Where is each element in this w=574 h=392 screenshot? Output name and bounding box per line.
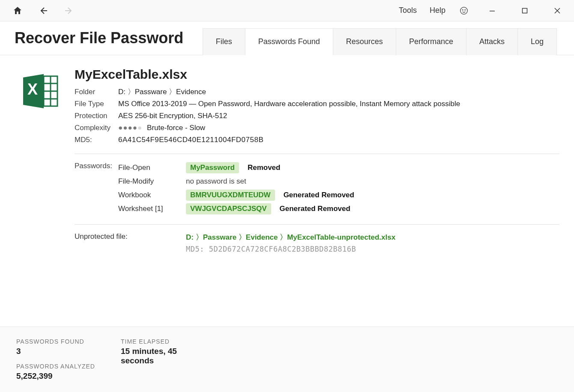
protection-value: AES 256-bit Encryption, SHA-512	[118, 110, 227, 122]
password-row: Workbook BMRVUUGXDMTEUDW Generated Remov…	[118, 189, 559, 201]
password-status: Generated Removed	[284, 191, 354, 199]
svg-rect-3	[490, 11, 495, 12]
stat-value: 5,252,399	[16, 371, 89, 381]
stat-value: 15 minutes, 45 seconds	[121, 347, 194, 365]
filetype-label: File Type	[75, 98, 118, 110]
protection-label: Protection	[75, 110, 118, 122]
stat-value: 3	[16, 347, 89, 356]
file-name: MyExcelTable.xlsx	[75, 67, 559, 82]
password-type: Workbook	[118, 191, 186, 199]
md5-label: MD5:	[75, 134, 118, 146]
content: X MyExcelTable.xlsx Folder D: 〉Passware …	[0, 55, 574, 327]
filetype-value: MS Office 2013-2019 — Open Password, Har…	[118, 98, 460, 110]
unprotected-label: Unprotected file:	[75, 232, 186, 253]
stat-time-elapsed: TIME ELAPSED 15 minutes, 45 seconds	[121, 338, 194, 381]
page-title: Recover File Password	[15, 21, 183, 55]
password-value: VWJGVCDAPSCJSQV	[186, 203, 271, 214]
separator	[75, 154, 559, 154]
password-row: Worksheet [1] VWJGVCDAPSCJSQV Generated …	[118, 203, 559, 215]
md5-value: 6A41C54F9E546CD40E1211004FD0758B	[118, 134, 263, 146]
svg-rect-4	[523, 8, 527, 13]
tab-resources[interactable]: Resources	[333, 28, 396, 55]
file-header: X MyExcelTable.xlsx Folder D: 〉Passware …	[19, 67, 559, 253]
help-menu[interactable]: Help	[430, 6, 445, 15]
passwords-label: Passwords:	[75, 162, 118, 217]
maximize-button[interactable]	[515, 2, 535, 19]
unprotected-path[interactable]: D: 〉Passware 〉Evidence 〉MyExcelTable-unp…	[186, 232, 395, 242]
svg-text:X: X	[27, 80, 38, 98]
stat-passwords-found: PASSWORDS FOUND 3	[16, 338, 95, 356]
tab-performance[interactable]: Performance	[396, 28, 466, 55]
tab-passwords-found[interactable]: Passwords Found	[245, 28, 333, 55]
unprotected-md5: MD5: 5D2D672CA728CF6A8C2B3BBBD82B816B	[186, 245, 395, 253]
password-status: Removed	[248, 163, 281, 172]
back-icon[interactable]	[38, 5, 49, 16]
complexity-text: Brute-force - Slow	[147, 124, 205, 132]
forward-icon	[63, 5, 75, 16]
password-row: File-Open MyPassword Removed	[118, 162, 559, 174]
svg-point-0	[460, 7, 468, 14]
complexity-value: ●●●●● Brute-force - Slow	[118, 122, 205, 134]
complexity-label: Complexity	[75, 122, 118, 134]
unprotected-row: Unprotected file: D: 〉Passware 〉Evidence…	[75, 232, 559, 253]
stat-label: PASSWORDS FOUND	[16, 338, 95, 345]
svg-point-1	[463, 9, 463, 10]
separator	[75, 224, 559, 225]
password-type: Worksheet [1]	[118, 205, 186, 213]
menu-items: Tools Help	[399, 2, 571, 19]
password-type: File-Modify	[118, 177, 186, 186]
password-plain: no password is set	[186, 177, 246, 186]
tabs: Files Passwords Found Resources Performa…	[203, 28, 557, 55]
password-value: BMRVUUGXDMTEUDW	[186, 190, 275, 201]
tools-menu[interactable]: Tools	[399, 6, 417, 15]
password-row: File-Modify no password is set	[118, 175, 559, 187]
tab-files[interactable]: Files	[203, 28, 245, 55]
excel-icon: X	[19, 70, 62, 113]
stat-label: PASSWORDS ANALYZED	[16, 363, 95, 370]
svg-point-2	[465, 9, 465, 10]
passwords-section: Passwords: File-Open MyPassword Removed …	[75, 162, 559, 217]
close-button[interactable]	[547, 2, 567, 19]
nav-icons	[12, 5, 75, 16]
minimize-button[interactable]	[482, 2, 502, 19]
password-type: File-Open	[118, 163, 186, 172]
password-value: MyPassword	[186, 162, 239, 173]
stat-label: TIME ELAPSED	[121, 338, 194, 345]
tab-attacks[interactable]: Attacks	[466, 28, 517, 55]
stat-column-left: PASSWORDS FOUND 3 PASSWORDS ANALYZED 5,2…	[16, 338, 95, 381]
header-row: Recover File Password Files Passwords Fo…	[0, 21, 574, 55]
home-icon[interactable]	[12, 5, 23, 16]
file-details: MyExcelTable.xlsx Folder D: 〉Passware 〉E…	[75, 67, 559, 253]
smiley-icon[interactable]	[458, 5, 469, 16]
tab-log[interactable]: Log	[517, 28, 557, 55]
titlebar: Tools Help	[0, 0, 574, 21]
password-status: Generated Removed	[280, 205, 350, 213]
folder-value: D: 〉Passware 〉Evidence	[118, 86, 206, 98]
complexity-dots: ●●●●●	[118, 124, 142, 132]
footer-stats: PASSWORDS FOUND 3 PASSWORDS ANALYZED 5,2…	[0, 327, 574, 392]
stat-passwords-analyzed: PASSWORDS ANALYZED 5,252,399	[16, 363, 95, 381]
folder-label: Folder	[75, 86, 118, 98]
